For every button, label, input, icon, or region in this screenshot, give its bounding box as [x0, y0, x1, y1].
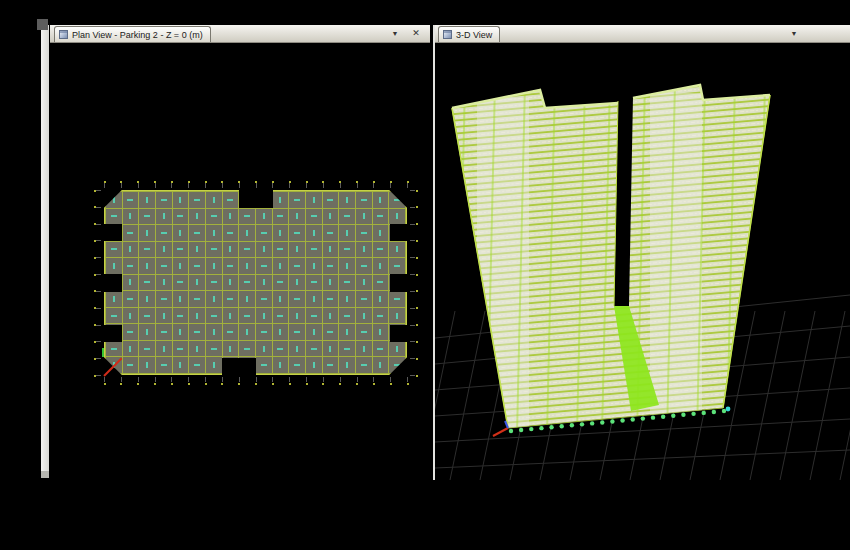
slab-shell-element[interactable] — [189, 324, 205, 340]
slab-shell-element[interactable] — [173, 225, 189, 241]
slab-shell-element[interactable] — [189, 291, 205, 307]
slab-shell-element[interactable] — [323, 357, 339, 373]
slab-shell-element[interactable] — [223, 308, 239, 324]
slab-shell-element[interactable] — [123, 308, 139, 324]
slab-shell-element[interactable] — [256, 308, 272, 324]
slab-shell-element[interactable] — [373, 225, 389, 241]
support-joint-dot[interactable] — [671, 414, 675, 418]
slab-shell-element[interactable] — [339, 291, 355, 307]
slab-shell-element[interactable] — [139, 324, 155, 340]
slab-shell-element[interactable] — [273, 225, 289, 241]
slab-shell-element[interactable] — [339, 225, 355, 241]
slab-shell-element[interactable] — [156, 341, 172, 357]
slab-shell-element[interactable] — [173, 291, 189, 307]
slab-shell-element[interactable] — [239, 258, 255, 274]
slab-shell-element[interactable] — [223, 291, 239, 307]
slab-shell-element[interactable] — [206, 242, 222, 258]
slab-shell-element[interactable] — [189, 225, 205, 241]
support-joint-dot[interactable] — [570, 423, 574, 427]
slab-shell-element[interactable] — [123, 324, 139, 340]
slab-shell-element[interactable] — [106, 242, 122, 258]
slab-shell-element[interactable] — [156, 357, 172, 373]
3d-view-canvas[interactable] — [435, 43, 850, 480]
support-joint-dot[interactable] — [529, 427, 533, 431]
slab-shell-element[interactable] — [339, 324, 355, 340]
slab-shell-element[interactable] — [289, 324, 305, 340]
slab-shell-element[interactable] — [189, 242, 205, 258]
slab-shell-element[interactable] — [356, 209, 372, 225]
slab-shell-element[interactable] — [223, 192, 239, 208]
slab-shell-element[interactable] — [173, 209, 189, 225]
slab-shell-element[interactable] — [223, 324, 239, 340]
slab-shell-element[interactable] — [306, 324, 322, 340]
slab-shell-element[interactable] — [139, 192, 155, 208]
slab-shell-element[interactable] — [223, 258, 239, 274]
slab-shell-element[interactable] — [373, 275, 389, 291]
slab-shell-element[interactable] — [239, 341, 255, 357]
slab-shell-element[interactable] — [323, 209, 339, 225]
support-joint-dot[interactable] — [691, 412, 695, 416]
slab-shell-element[interactable] — [273, 209, 289, 225]
slab-shell-element[interactable] — [106, 209, 122, 225]
slab-shell-element[interactable] — [123, 341, 139, 357]
slab-shell-element[interactable] — [206, 275, 222, 291]
slab-shell-element[interactable] — [123, 258, 139, 274]
slab-shell-element[interactable] — [273, 192, 289, 208]
slab-shell-element[interactable] — [273, 324, 289, 340]
slab-shell-element[interactable] — [356, 275, 372, 291]
plan-view-close-button[interactable]: ✕ — [410, 27, 422, 40]
slab-shell-element[interactable] — [123, 192, 139, 208]
slab-shell-element[interactable] — [373, 341, 389, 357]
slab-shell-element[interactable] — [139, 291, 155, 307]
slab-shell-element[interactable] — [356, 258, 372, 274]
support-joint-dot[interactable] — [610, 419, 614, 423]
slab-shell-element[interactable] — [189, 357, 205, 373]
slab-shell-element[interactable] — [139, 209, 155, 225]
slab-shell-element[interactable] — [123, 225, 139, 241]
slab-shell-element[interactable] — [256, 258, 272, 274]
slab-shell-element[interactable] — [223, 225, 239, 241]
slab-shell-element[interactable] — [323, 308, 339, 324]
plan-view-canvas[interactable] — [50, 43, 430, 478]
slab-shell-element[interactable] — [206, 324, 222, 340]
slab-shell-element[interactable] — [273, 258, 289, 274]
slab-shell-element[interactable] — [323, 225, 339, 241]
slab-shell-element[interactable] — [373, 258, 389, 274]
slab-shell-element[interactable] — [356, 341, 372, 357]
slab-shell-element[interactable] — [189, 308, 205, 324]
slab-shell-element[interactable] — [256, 291, 272, 307]
slab-shell-element[interactable] — [123, 357, 139, 373]
plan-view-tab[interactable]: Plan View - Parking 2 - Z = 0 (m) — [54, 26, 211, 42]
slab-shell-element[interactable] — [123, 275, 139, 291]
slab-shell-element[interactable] — [339, 242, 355, 258]
support-joint-dot[interactable] — [549, 425, 553, 429]
slab-shell-element[interactable] — [306, 357, 322, 373]
slab-shell-element[interactable] — [173, 258, 189, 274]
slab-shell-element[interactable] — [356, 242, 372, 258]
slab-shell-element[interactable] — [189, 209, 205, 225]
slab-shell-element[interactable] — [223, 209, 239, 225]
slab-shell-element[interactable] — [156, 258, 172, 274]
support-joint-dot[interactable] — [702, 411, 706, 415]
support-joint-dot[interactable] — [600, 420, 604, 424]
slab-shell-element[interactable] — [189, 275, 205, 291]
slab-shell-element[interactable] — [123, 291, 139, 307]
slab-shell-element[interactable] — [356, 308, 372, 324]
slab-shell-element[interactable] — [189, 192, 205, 208]
slab-shell-element[interactable] — [223, 242, 239, 258]
support-joint-dot[interactable] — [539, 426, 543, 430]
slab-shell-element[interactable] — [156, 209, 172, 225]
slab-shell-element[interactable] — [139, 357, 155, 373]
slab-shell-element[interactable] — [173, 275, 189, 291]
slab-shell-element[interactable] — [373, 242, 389, 258]
slab-shell-element[interactable] — [173, 357, 189, 373]
slab-shell-element[interactable] — [256, 357, 272, 373]
slab-shell-element[interactable] — [356, 324, 372, 340]
slab-shell-element[interactable] — [323, 258, 339, 274]
support-joint-dot[interactable] — [661, 415, 665, 419]
slab-shell-element[interactable] — [156, 225, 172, 241]
slab-shell-element[interactable] — [289, 275, 305, 291]
slab-shell-element[interactable] — [106, 341, 122, 357]
slab-shell-element[interactable] — [256, 324, 272, 340]
slab-shell-element[interactable] — [123, 242, 139, 258]
